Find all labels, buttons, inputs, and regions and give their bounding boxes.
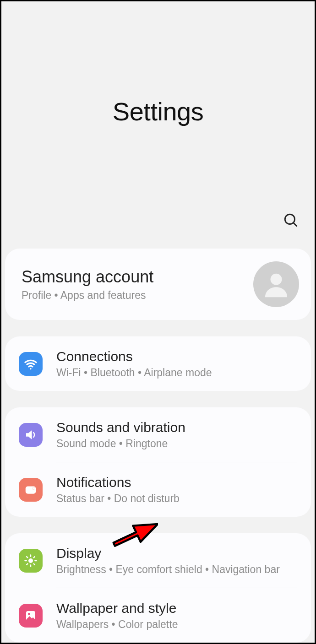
- search-button[interactable]: [281, 210, 301, 230]
- wallpaper-icon: [19, 604, 43, 628]
- notification-icon: [19, 478, 43, 502]
- person-icon: [261, 269, 292, 300]
- settings-group-sound-notif: Sounds and vibration Sound mode • Ringto…: [5, 407, 311, 517]
- svg-point-7: [28, 558, 33, 563]
- row-notifications[interactable]: Notifications Status bar • Do not distur…: [5, 462, 311, 517]
- sound-icon: [19, 423, 43, 447]
- row-body: Wallpaper and style Wallpapers • Color p…: [56, 600, 298, 631]
- svg-line-12: [27, 557, 27, 557]
- row-body: Display Brightness • Eye comfort shield …: [56, 545, 298, 576]
- svg-point-17: [28, 613, 30, 615]
- brightness-icon: [19, 549, 43, 573]
- svg-point-3: [30, 368, 31, 369]
- row-wallpaper[interactable]: Wallpaper and style Wallpapers • Color p…: [5, 588, 311, 643]
- avatar[interactable]: [253, 261, 299, 307]
- account-text: Samsung account Profile • Apps and featu…: [22, 267, 253, 302]
- samsung-account-row[interactable]: Samsung account Profile • Apps and featu…: [5, 249, 311, 320]
- row-subtitle: Wallpapers • Color palette: [56, 618, 298, 631]
- svg-point-2: [271, 274, 282, 285]
- svg-line-14: [27, 563, 27, 564]
- svg-point-6: [33, 487, 35, 490]
- account-title: Samsung account: [22, 267, 253, 287]
- wifi-icon: [19, 352, 43, 376]
- svg-line-1: [294, 223, 297, 226]
- row-subtitle: Brightness • Eye comfort shield • Naviga…: [56, 563, 298, 576]
- row-connections[interactable]: Connections Wi-Fi • Bluetooth • Airplane…: [5, 336, 311, 391]
- search-icon: [283, 212, 299, 228]
- row-display[interactable]: Display Brightness • Eye comfort shield …: [5, 533, 311, 588]
- row-title: Display: [56, 545, 298, 562]
- svg-line-15: [34, 557, 35, 557]
- row-title: Connections: [56, 348, 298, 365]
- row-subtitle: Sound mode • Ringtone: [56, 438, 298, 450]
- settings-group-connections: Connections Wi-Fi • Bluetooth • Airplane…: [5, 336, 311, 391]
- svg-line-13: [34, 563, 35, 564]
- row-subtitle: Status bar • Do not disturb: [56, 492, 298, 505]
- row-title: Wallpaper and style: [56, 600, 298, 617]
- row-sounds[interactable]: Sounds and vibration Sound mode • Ringto…: [5, 407, 311, 462]
- row-body: Notifications Status bar • Do not distur…: [56, 474, 298, 505]
- row-subtitle: Wi-Fi • Bluetooth • Airplane mode: [56, 367, 298, 379]
- row-title: Notifications: [56, 474, 298, 491]
- account-subtitle: Profile • Apps and features: [22, 289, 253, 302]
- page-title: Settings: [113, 97, 203, 126]
- hero-area: Settings: [1, 1, 315, 230]
- row-title: Sounds and vibration: [56, 419, 298, 436]
- row-body: Connections Wi-Fi • Bluetooth • Airplane…: [56, 348, 298, 379]
- settings-screen: Settings Samsung account Profile • Apps …: [0, 0, 316, 644]
- settings-group-display: Display Brightness • Eye comfort shield …: [5, 533, 311, 643]
- row-body: Sounds and vibration Sound mode • Ringto…: [56, 419, 298, 450]
